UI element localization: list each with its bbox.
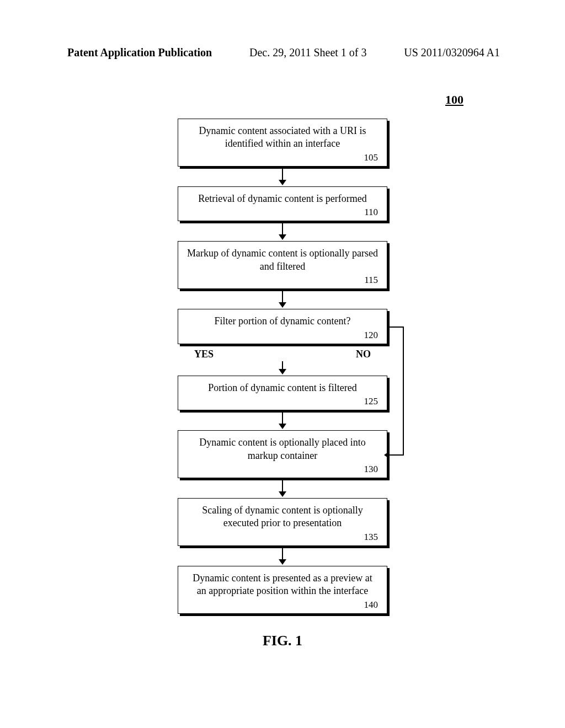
page-header: Patent Application Publication Dec. 29, … (0, 46, 565, 59)
arrow-down-icon (279, 547, 286, 565)
header-left: Patent Application Publication (67, 46, 212, 59)
flow-step-number: 115 (187, 274, 378, 286)
flow-step-text: Retrieval of dynamic content is performe… (198, 193, 366, 204)
flow-step-number: 105 (187, 152, 378, 164)
arrow-down-icon (279, 479, 286, 497)
header-right: US 2011/0320964 A1 (404, 46, 500, 59)
flow-step-text: Dynamic content is presented as a previe… (193, 572, 372, 596)
flow-step-number: 130 (187, 463, 378, 475)
flow-step-135: Scaling of dynamic content is optionally… (178, 498, 387, 546)
flow-step-number: 125 (187, 395, 378, 408)
decision-no-label: NO (356, 349, 371, 360)
figure-caption: FIG. 1 (0, 633, 565, 649)
flow-step-105: Dynamic content associated with a URI is… (178, 119, 387, 167)
flow-decision-120: Filter portion of dynamic content? 120 (178, 309, 387, 344)
arrow-down-icon (279, 222, 286, 240)
decision-labels: YES NO (178, 349, 387, 360)
flow-step-110: Retrieval of dynamic content is performe… (178, 186, 387, 221)
flow-step-115: Markup of dynamic content is optionally … (178, 241, 387, 289)
flow-step-text: Dynamic content is optionally placed int… (199, 437, 365, 461)
flow-step-125: Portion of dynamic content is filtered 1… (178, 376, 387, 410)
flow-step-number: 140 (187, 599, 378, 611)
decision-yes-label: YES (194, 349, 214, 360)
flow-step-number: 120 (187, 329, 378, 341)
flowchart: Dynamic content associated with a URI is… (0, 119, 565, 614)
flow-step-text: Portion of dynamic content is filtered (208, 382, 356, 393)
arrow-down-icon (279, 411, 286, 429)
flow-step-text: Filter portion of dynamic content? (215, 315, 351, 326)
arrow-down-icon (279, 361, 286, 374)
flow-step-130: Dynamic content is optionally placed int… (178, 430, 387, 478)
flow-step-text: Dynamic content associated with a URI is… (199, 125, 366, 149)
arrow-down-icon (279, 290, 286, 308)
arrow-down-icon (279, 168, 286, 185)
figure-reference-number: 100 (445, 93, 463, 107)
header-center: Dec. 29, 2011 Sheet 1 of 3 (249, 46, 367, 59)
flow-step-140: Dynamic content is presented as a previe… (178, 566, 387, 614)
flow-step-number: 110 (187, 206, 378, 218)
flow-step-text: Scaling of dynamic content is optionally… (202, 505, 363, 528)
flow-step-text: Markup of dynamic content is optionally … (187, 248, 378, 271)
flow-step-number: 135 (187, 531, 378, 543)
